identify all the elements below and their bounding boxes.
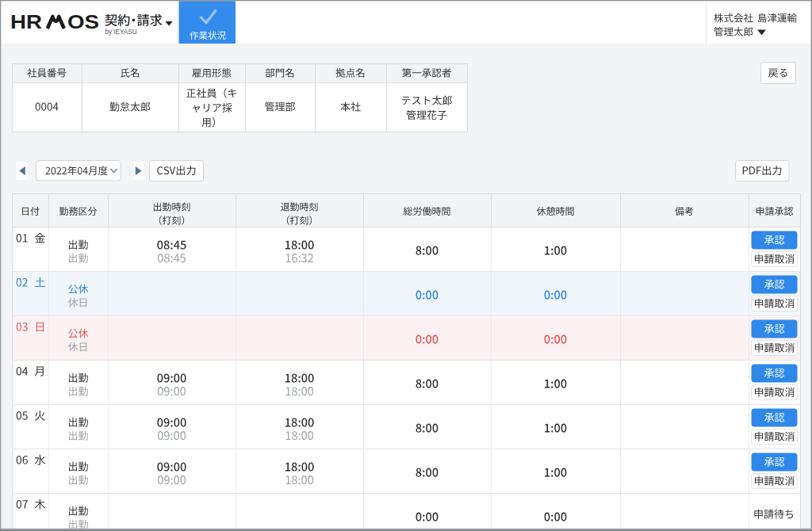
svg-text:OS: OS <box>67 11 99 32</box>
svg-text:by IEYASU: by IEYASU <box>105 27 137 36</box>
svg-text:HR: HR <box>10 11 42 32</box>
